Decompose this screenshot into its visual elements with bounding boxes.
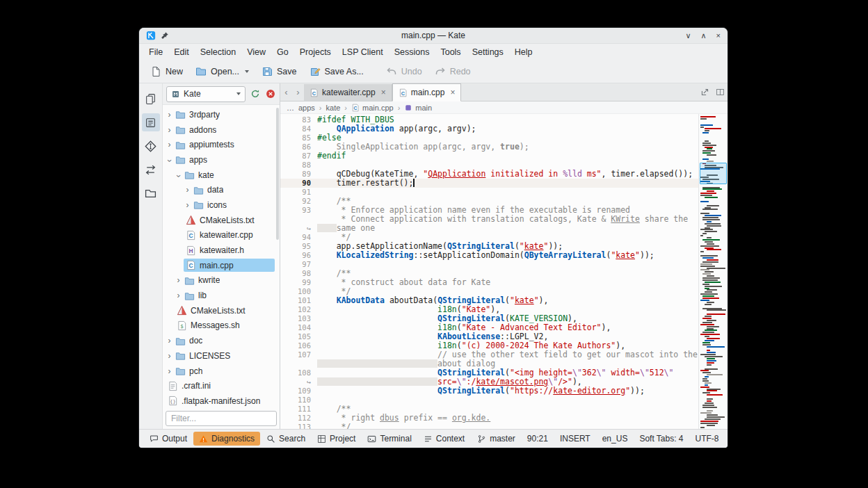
menu-tools[interactable]: Tools (435, 45, 466, 59)
breadcrumb-main-cpp[interactable]: Cmain.cpp (351, 104, 394, 112)
tree-item-lib[interactable]: ›lib (163, 288, 280, 303)
code-line-wrap[interactable]: * Connect application with translation c… (280, 215, 698, 224)
tree-item-kate[interactable]: ›kate (163, 168, 280, 183)
expand-arrow-icon[interactable]: › (166, 111, 173, 119)
code-line-98[interactable]: 98 /** (280, 269, 698, 278)
code-line-89[interactable]: 89 qCDebug(KateTime, "QApplication initi… (280, 170, 698, 179)
code-line-113[interactable]: 113 */ (280, 423, 698, 429)
breadcrumb-apps[interactable]: apps (298, 104, 315, 112)
menu-projects[interactable]: Projects (294, 45, 337, 59)
code-line-85[interactable]: 85#else (280, 133, 698, 143)
close-project-button[interactable] (264, 88, 276, 100)
tree-item-data[interactable]: ›data (163, 182, 280, 197)
toolview-diff-button[interactable] (142, 161, 160, 179)
status-search[interactable]: Search (261, 432, 311, 446)
expand-arrow-icon[interactable]: › (166, 126, 173, 134)
tree-item-icons[interactable]: ›icons (163, 197, 280, 213)
code-line-92[interactable]: 92 /** (280, 197, 698, 206)
close-tab-icon[interactable]: × (450, 88, 455, 97)
code-line-107[interactable]: 107 // use the other text field to get o… (280, 350, 698, 359)
expand-arrow-icon[interactable]: › (166, 367, 173, 375)
tree-item-cmakelists-txt[interactable]: CMakeLists.txt (163, 303, 280, 318)
breadcrumb-[interactable]: … (287, 104, 294, 112)
code-line-104[interactable]: 104 i18n("Kate - Advanced Text Editor"), (280, 323, 698, 332)
code-line-86[interactable]: 86 SingleApplication app(argc, argv, tru… (280, 143, 698, 152)
tree-item-appiumtests[interactable]: ›appiumtests (163, 137, 280, 152)
tree-item-katewaiter-cpp[interactable]: Ckatewaiter.cpp (163, 228, 280, 243)
collapse-arrow-icon[interactable]: › (175, 172, 183, 179)
undo-button[interactable]: Undo (380, 63, 428, 81)
new-button[interactable]: New (145, 63, 188, 81)
split-view-button[interactable] (712, 83, 728, 101)
detach-view-button[interactable] (697, 83, 712, 101)
tree-item-cmakelists-txt[interactable]: CMakeLists.txt (163, 213, 280, 228)
open-button[interactable]: Open... (190, 63, 255, 81)
filter-input[interactable] (166, 411, 277, 426)
code-line-102[interactable]: 102 i18n("Kate"), (280, 305, 698, 314)
status-context[interactable]: Context (418, 432, 470, 446)
breadcrumb-main[interactable]: main (404, 104, 432, 112)
code-line-97[interactable]: 97 (280, 260, 698, 269)
expand-arrow-icon[interactable]: › (175, 276, 182, 284)
expand-arrow-icon[interactable]: › (184, 201, 191, 209)
expand-arrow-icon[interactable]: › (166, 352, 173, 360)
tree-item-kwrite[interactable]: ›kwrite (163, 273, 280, 288)
toolview-documents-button[interactable] (142, 90, 160, 108)
menu-file[interactable]: File (143, 45, 168, 59)
code-line-111[interactable]: 111 /** (280, 405, 698, 414)
prev-tab-button[interactable]: ‹ (280, 83, 292, 101)
tree-item-apps[interactable]: ›apps (163, 152, 280, 168)
status-soft-tabs-4[interactable]: Soft Tabs: 4 (634, 432, 689, 446)
menu-sessions[interactable]: Sessions (389, 45, 435, 59)
code-line-100[interactable]: 100 */ (280, 287, 698, 296)
toolview-git-button[interactable] (142, 137, 160, 155)
save-button[interactable]: Save (256, 63, 303, 81)
redo-button[interactable]: Redo (429, 63, 476, 81)
menu-settings[interactable]: Settings (467, 45, 509, 59)
tree-item-flatpak-manifest-json[interactable]: {}.flatpak-manifest.json (163, 393, 280, 409)
code-line-96[interactable]: 96 KLocalizedString::setApplicationDomai… (280, 251, 698, 260)
menu-go[interactable]: Go (271, 45, 294, 59)
tree-item-katewaiter-h[interactable]: Hkatewaiter.h (163, 243, 280, 258)
menu-edit[interactable]: Edit (168, 45, 195, 59)
expand-arrow-icon[interactable]: › (166, 140, 173, 149)
next-tab-button[interactable]: › (292, 83, 304, 101)
maximize-button[interactable]: ∧ (701, 32, 707, 40)
status-terminal[interactable]: Terminal (362, 432, 417, 446)
code-line-95[interactable]: 95 app.setApplicationName(QStringLiteral… (280, 242, 698, 251)
status-diagnostics[interactable]: Diagnostics (193, 432, 260, 446)
minimize-button[interactable]: ∨ (685, 32, 691, 40)
code-line-94[interactable]: 94 */ (280, 233, 698, 242)
menu-selection[interactable]: Selection (195, 45, 241, 59)
code-line-90[interactable]: 90 timer.restart(); (280, 179, 698, 188)
tree-item-addons[interactable]: ›addons (163, 122, 280, 138)
menu-view[interactable]: View (241, 45, 271, 59)
code-line-93[interactable]: 93 * Enforce application name even if th… (280, 206, 698, 215)
toolview-filesystem-button[interactable] (142, 184, 160, 202)
status-90-21[interactable]: 90:21 (522, 432, 554, 446)
code-line-91[interactable]: 91 (280, 188, 698, 197)
code-line-105[interactable]: 105 KAboutLicense::LGPL_V2, (280, 332, 698, 341)
save-as-button[interactable]: Save As... (304, 63, 369, 81)
code-line-101[interactable]: 101 KAboutData aboutData(QStringLiteral(… (280, 296, 698, 305)
tab-main-cpp[interactable]: Cmain.cpp× (392, 83, 462, 101)
menu-lsp-client[interactable]: LSP Client (337, 45, 389, 59)
project-selector[interactable]: Kate (166, 86, 246, 102)
tree-item-main-cpp[interactable]: Cmain.cpp (163, 258, 280, 273)
code-line-83[interactable]: 83#ifdef WITH_DBUS (280, 115, 698, 124)
minimap-viewport[interactable] (700, 163, 727, 184)
breadcrumb-kate[interactable]: kate (326, 104, 341, 112)
status-utf-8[interactable]: UTF-8 (690, 432, 725, 446)
code-line-109[interactable]: 109 QStringLiteral("https://kate-editor.… (280, 387, 698, 396)
tree-item-messages-sh[interactable]: $Messages.sh (163, 318, 280, 334)
status-insert[interactable]: INSERT (554, 432, 596, 446)
code-line-112[interactable]: 112 * right dbus prefix == org.kde. (280, 414, 698, 423)
tree-item-craft-ini[interactable]: .craft.ini (163, 378, 280, 393)
status-en-us[interactable]: en_US (597, 432, 634, 446)
code-line-wrap[interactable]: about dialog (280, 359, 698, 368)
collapse-arrow-icon[interactable]: › (166, 157, 174, 165)
tree-scrollbar[interactable] (276, 108, 279, 240)
code-line-108[interactable]: 108 QStringLiteral("<img height=\"362\" … (280, 368, 698, 377)
menu-help[interactable]: Help (509, 45, 538, 59)
close-tab-icon[interactable]: × (381, 88, 386, 97)
